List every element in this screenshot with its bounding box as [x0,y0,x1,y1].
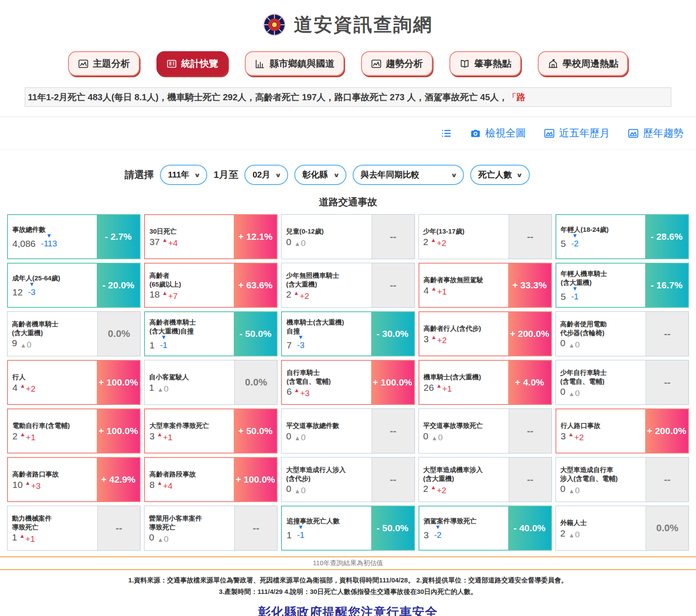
stat-card-change: ▲0 [431,433,442,442]
triangle-up-icon: ▲ [568,431,574,437]
stat-card-change-value: +2 [437,486,446,495]
stat-card-body: 高齡者路段事故8▲+4 [145,458,234,501]
stat-card-percent-badge: -- [646,312,688,356]
nav-button-4[interactable]: 趨勢分析 [361,51,433,76]
stat-card-change: ▲+2 [431,336,447,344]
chevron-down-icon: ∨ [274,172,281,178]
compare-select[interactable]: 與去年同期比較∨ [353,165,464,185]
stat-card-body: 大型車造成行人涉入(含代步)0▲0 [281,457,371,502]
triangle-up-icon: ▲ [431,334,437,340]
nav-button-2[interactable]: 統計快覽 [156,51,228,76]
toolbar-area-chart-button[interactable]: 近五年歷月 [544,126,610,140]
nav-button-1[interactable]: 主題分析 [68,51,140,76]
stat-card-body: 大型車案件導致死亡3▲+1 [145,409,234,453]
stat-card-change: ▲+1 [20,433,36,442]
nav-button-6[interactable]: 學校周邊熱點 [538,51,628,76]
stat-card-body: 少年無照機車騎士(含大重機)2▲+2 [281,263,371,307]
triangle-up-icon: ▲ [431,435,437,441]
toolbar-item-label: 檢視全圖 [485,126,526,140]
stat-card-change-value: +2 [26,385,36,393]
stat-card-body: 高齡者使用電動代步器(含輪椅)0▲0 [556,312,646,356]
stat-card-value: 6 [286,386,292,397]
stat-card-change-value: -1 [160,341,167,349]
stat-card: 少年(13-17歲)2▲+2-- [418,214,552,259]
triangle-up-icon: ▲ [157,480,163,486]
stat-card: 外籍人士2▲00.0% [555,506,689,551]
triangle-down-icon: ▼ [572,286,578,291]
line-chart-icon [371,58,382,69]
stat-card-change-value: +7 [168,292,178,300]
stat-card-body: 高齡者(65歲以上)18▲+7 [145,264,234,307]
stat-card-body: 成年人(25-64歲)12▼-3 [8,264,97,307]
triangle-up-icon: ▲ [568,532,574,538]
month-select[interactable]: 02月∨ [244,165,288,185]
month-select-value: 02月 [252,169,270,181]
nav-button-5[interactable]: 肇事熱點 [449,51,521,76]
stat-card-change: ▲+1 [19,535,35,543]
toolbar-camera-button[interactable]: 檢視全圖 [470,126,526,140]
county-select[interactable]: 彰化縣∨ [294,165,346,185]
stat-card-body: 事故總件數4,086▼-113 [8,215,97,258]
triangle-up-icon: ▲ [20,383,26,389]
footer-note-1: 1.資料來源：交通事故檔來源單位為警政署、死因檔來源單位為衛福部，資料取得時間1… [0,574,696,586]
stat-card-value: 1 [286,529,292,540]
stat-card-value: 12 [12,287,23,298]
county-select-value: 彰化縣 [302,169,327,181]
stat-card: 少年自行車騎士(含電自、電輔)0▲0-- [555,360,689,405]
stat-card-value: 2 [560,528,566,539]
stat-card: 高齡者(65歲以上)18▲+7+ 63.6% [144,263,278,308]
triangle-down-icon: ▼ [298,524,304,530]
stat-card-change-value: 0 [164,535,169,543]
triangle-up-icon: ▲ [25,480,30,486]
stat-card-value: 1 [12,532,17,543]
stat-card-change-value: +4 [163,482,173,490]
gov-safety-message: 彰化縣政府提醒您注意行車安全 [0,604,696,616]
stat-card: 電動自行車(含電輔)2▲+1+ 100.0% [7,408,141,453]
triangle-up-icon: ▲ [430,484,436,490]
stat-card-body: 少年自行車騎士(含電自、電輔)0▲0 [556,360,646,404]
stat-card-label: 電動自行車(含電輔) [12,421,92,430]
stat-card-value: 0 [560,337,566,348]
year-select[interactable]: 111年∨ [160,165,207,185]
toolbar-area-chart-button[interactable]: 歷年趨勢 [628,126,684,140]
stat-card-change: ▲+2 [430,239,446,247]
metric-select[interactable]: 死亡人數∨ [470,165,530,185]
triangle-up-icon: ▲ [293,290,299,296]
stat-card-label: 營業用小客車案件導致死亡 [149,514,230,531]
stat-card: 高齡者使用電動代步器(含輪椅)0▲0-- [555,311,689,356]
stat-card-change-value: +1 [26,433,36,442]
stat-card: 行人4▲+2+ 100.0% [7,360,141,405]
year-select-value: 111年 [168,169,190,181]
stat-card-change: ▲+4 [162,239,178,247]
stat-card-change: ▼-1 [297,524,304,539]
stat-card: 年輕人(18-24歲)5▼-2- 28.6% [555,214,689,259]
stat-card: 高齡者機車騎士(含大重機)9▲00.0% [7,311,141,356]
nav-button-3[interactable]: 縣市鄉鎮與國道 [245,51,344,76]
stat-card-label: 高齡者機車騎士(含大重機) [12,320,93,337]
stat-card-percent-badge: -- [509,457,551,502]
stat-card-body: 電動自行車(含電輔)2▲+1 [8,409,97,453]
list-icon [441,128,452,139]
stat-card-change: ▼-3 [297,334,304,349]
stat-card-label: 自行車騎士(含電自、電輔) [286,368,366,385]
triangle-up-icon: ▲ [20,431,26,437]
stat-card-change-value: +4 [168,239,178,247]
triangle-up-icon: ▲ [162,237,168,243]
stat-card-change: ▲+2 [293,292,309,300]
stat-card-value: 0 [560,483,566,494]
toolbar-list-button[interactable] [441,128,452,139]
stat-card-label: 動力機械案件導致死亡 [12,514,93,531]
stat-card-percent-badge: 0.0% [234,360,277,404]
stat-card-change-value: -3 [28,288,35,296]
stat-card-label: 機車騎士(含大重機) [424,373,504,382]
stat-card-label: 行人 [12,373,92,382]
stat-card-percent-badge: - 50.0% [234,312,277,355]
stat-card-label: 年輕人機車騎士(含大重機) [561,269,641,287]
stat-card-percent-badge: - 2.7% [97,215,140,258]
stat-card-change: ▲0 [20,340,31,349]
stat-card-percent-badge: - 16.7% [645,264,688,307]
stat-card-label: 高齡者路段事故 [149,470,229,479]
toolbar-item-label: 近五年歷月 [559,126,610,140]
stat-card-change-value: +3 [300,389,310,397]
stat-card-label: 大型車造成行人涉入(含代步) [286,465,367,483]
